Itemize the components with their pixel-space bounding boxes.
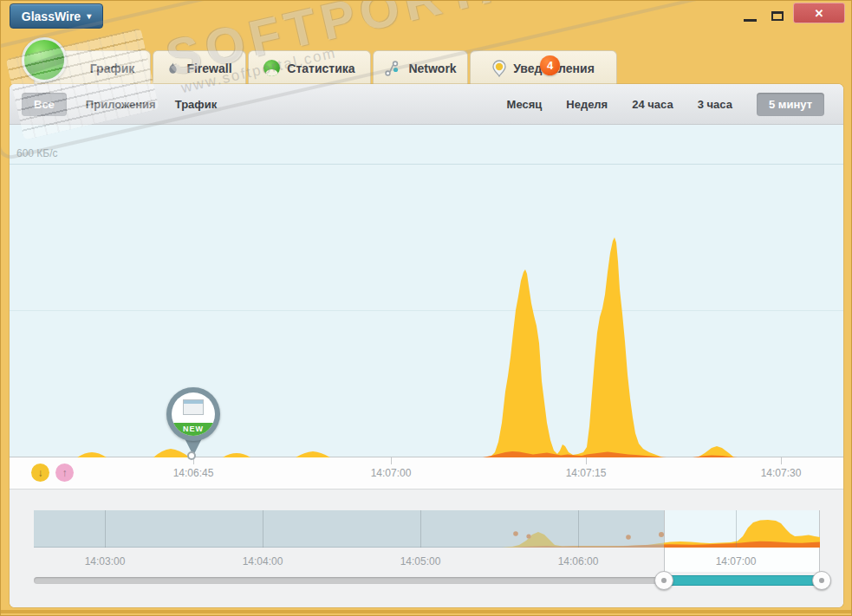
overview-gridline (420, 510, 421, 548)
firewall-icon (166, 61, 179, 75)
overview-gridline (736, 510, 737, 548)
overview-tick-label: 14:05:00 (400, 555, 441, 567)
axis-tick-label: 14:06:45 (173, 467, 214, 479)
glasswire-window: GlassWire ▾ ✕ График Firewall Статистика… (0, 0, 852, 616)
tab-network[interactable]: Network (373, 50, 468, 85)
overview-tick-label: 14:07:00 (716, 555, 757, 567)
x-axis: ↓ ↑ 14:06:45 14:07:00 14:07:15 14:07:30 (10, 457, 843, 489)
glasswire-menu-label: GlassWire (22, 10, 81, 23)
statistics-icon (263, 60, 280, 76)
maximize-button[interactable] (767, 6, 788, 23)
tab-statistics-label: Статистика (287, 62, 354, 75)
download-legend-icon[interactable]: ↓ (31, 464, 49, 482)
new-app-pin-anchor-dot (187, 451, 196, 460)
filter-group: Все Приложения Трафик (22, 93, 217, 116)
axis-tick (586, 457, 587, 464)
time-range-group: Месяц Неделя 24 часа 3 часа 5 минут (507, 93, 824, 116)
unselected-range-overlay (34, 510, 664, 548)
app-window-icon (183, 399, 204, 415)
overview-tick-label: 14:04:00 (243, 555, 283, 567)
range-3h-button[interactable]: 3 часа (698, 98, 732, 111)
maximize-icon (771, 11, 784, 21)
traffic-area-chart (10, 125, 843, 457)
notifications-count-badge[interactable]: 4 (540, 55, 560, 75)
overview-gridline (105, 510, 106, 548)
range-24h-button[interactable]: 24 часа (632, 98, 673, 111)
filter-traffic-button[interactable]: Трафик (175, 98, 218, 111)
minimize-button[interactable] (739, 6, 760, 23)
glasswire-globe-icon (22, 37, 67, 82)
minimize-icon (744, 19, 757, 22)
filter-all-button[interactable]: Все (22, 93, 67, 116)
overview-panel: 14:03:00 14:04:00 14:05:00 14:06:00 14:0… (10, 489, 843, 607)
tab-graph-label: График (90, 62, 135, 75)
overview-chart[interactable] (34, 510, 820, 548)
slider-handle-right[interactable] (812, 571, 831, 590)
notifications-pin-icon (492, 60, 506, 77)
range-5min-button[interactable]: 5 минут (757, 93, 824, 116)
timeline-slider-range[interactable] (664, 575, 822, 586)
new-app-pin-body[interactable]: NEW (172, 392, 215, 436)
range-week-button[interactable]: Неделя (566, 98, 608, 111)
axis-tick-label: 14:07:30 (761, 467, 802, 479)
tab-firewall-label: Firewall (186, 62, 231, 75)
content-panel: Все Приложения Трафик Месяц Неделя 24 ча… (10, 84, 843, 607)
axis-tick (391, 457, 392, 464)
overview-gridline (578, 510, 579, 548)
range-month-button[interactable]: Месяц (507, 98, 543, 111)
traffic-graph[interactable]: 600 КБ/с NEW (10, 125, 843, 457)
tab-firewall[interactable]: Firewall (153, 50, 246, 85)
slider-handle-left[interactable] (654, 571, 673, 590)
download-area (10, 237, 843, 457)
axis-tick-label: 14:07:00 (371, 467, 412, 479)
close-button[interactable]: ✕ (793, 3, 845, 23)
overview-tick-label: 14:06:00 (558, 555, 599, 567)
glasswire-menu-button[interactable]: GlassWire ▾ (10, 3, 103, 29)
filter-apps-button[interactable]: Приложения (86, 98, 156, 111)
axis-tick-label: 14:07:15 (566, 467, 607, 479)
overview-gridline (263, 510, 263, 548)
network-icon (384, 60, 401, 77)
tab-network-label: Network (408, 62, 456, 75)
graph-toolbar: Все Приложения Трафик Месяц Неделя 24 ча… (10, 84, 843, 125)
tab-statistics[interactable]: Статистика (248, 50, 371, 85)
upload-legend-icon[interactable]: ↑ (55, 464, 74, 482)
close-icon: ✕ (815, 7, 824, 20)
upload-area (483, 451, 738, 457)
axis-tick (781, 457, 782, 464)
overview-tick-label: 14:03:00 (85, 555, 126, 567)
chevron-down-icon: ▾ (87, 11, 91, 21)
